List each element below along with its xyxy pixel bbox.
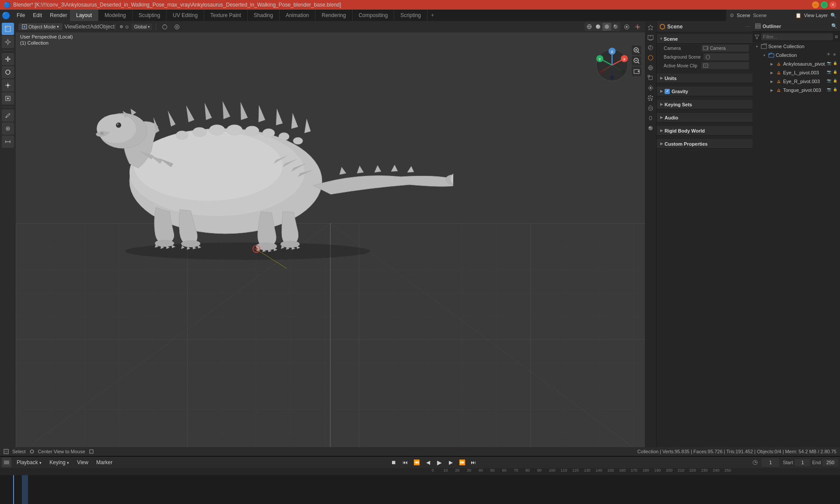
eye-r-camera[interactable]: 📷 (827, 79, 832, 84)
gravity-checkbox[interactable]: ✓ (665, 89, 670, 94)
measure-tool[interactable] (2, 136, 14, 148)
select-box-tool[interactable] (2, 23, 14, 35)
eye-l-restrict[interactable]: 🔒 (833, 70, 838, 75)
camera-view-btn[interactable] (632, 66, 641, 76)
outliner-search-input[interactable] (761, 33, 833, 40)
overlay-dropdown[interactable] (622, 22, 631, 31)
view-layer-icon[interactable] (646, 43, 655, 52)
tongue-expand[interactable]: ▶ (769, 88, 774, 93)
outliner-tongue[interactable]: ▶ Tongue_pivot.003 📷 🔒 (752, 86, 840, 94)
object-menu-btn[interactable]: Object (102, 22, 112, 31)
start-frame-input[interactable] (794, 459, 810, 466)
menu-edit[interactable]: Edit (29, 11, 46, 19)
menu-file[interactable]: File (13, 11, 28, 19)
scene-props-icon[interactable] (646, 53, 655, 63)
tongue-camera[interactable]: 📷 (827, 88, 832, 93)
anky-camera-icon[interactable]: 📷 (827, 61, 832, 66)
tab-uv-editing[interactable]: UV Editing (167, 10, 204, 21)
outliner-scene-collection[interactable]: ▾ Scene Collection (752, 42, 840, 51)
collection-visibility[interactable]: 👁 (827, 52, 832, 58)
orientation-gizmo[interactable]: X Y Z (595, 48, 630, 83)
keying-menu[interactable]: Keying ▾ (47, 458, 72, 466)
outliner-search-icon[interactable]: 🔍 (831, 23, 837, 29)
eye-l-camera[interactable]: 📷 (827, 70, 832, 75)
tab-layout[interactable]: Layout (70, 10, 98, 21)
material-shading[interactable] (602, 23, 611, 31)
next-frame-button[interactable]: ▶ (446, 458, 455, 467)
transform-tool[interactable] (2, 92, 14, 105)
anky-expand[interactable]: ▶ (769, 61, 774, 66)
tab-sculpting[interactable]: Sculpting (133, 10, 167, 21)
marker-menu[interactable]: Marker (94, 458, 115, 466)
add-menu-btn[interactable]: Add (90, 22, 99, 31)
select-menu-btn[interactable]: Select (77, 22, 87, 31)
outliner-collection[interactable]: ▾ Collection 👁 ⊕ (752, 51, 840, 60)
camera-value[interactable]: Camera (701, 45, 749, 52)
rigid-body-world-header[interactable]: ▶ Rigid Body World (657, 126, 752, 136)
tab-animation[interactable]: Animation (280, 10, 315, 21)
play-button[interactable]: ▶ (434, 458, 444, 467)
zoom-in-btn[interactable] (632, 46, 641, 55)
playback-menu[interactable]: Playback ▾ (14, 458, 44, 466)
proportional-edit-toggle[interactable] (172, 22, 182, 31)
scene-collection-expand[interactable]: ▾ (754, 44, 760, 49)
custom-properties-header[interactable]: ▶ Custom Properties (657, 139, 752, 149)
eye-r-restrict[interactable]: 🔒 (833, 79, 838, 84)
audio-section-header[interactable]: ▶ Audio (657, 113, 752, 122)
modifier-props-icon[interactable] (646, 83, 655, 93)
outliner-eye-r[interactable]: ▶ Eye_R_pivot.003 📷 🔒 (752, 77, 840, 86)
wireframe-shading[interactable] (585, 23, 594, 31)
scene-section-header[interactable]: ▾ Scene (657, 34, 752, 44)
timeline-playhead[interactable] (13, 475, 14, 504)
view-menu-btn[interactable]: View (65, 22, 75, 31)
scale-tool[interactable] (2, 79, 14, 91)
outliner-type-filter[interactable]: ⊞ (835, 35, 838, 39)
active-movie-clip-value[interactable] (701, 62, 749, 69)
zoom-out-btn[interactable] (632, 56, 641, 66)
menu-render[interactable]: Render (46, 11, 70, 19)
minimize-button[interactable]: ─ (812, 1, 819, 8)
end-frame-input[interactable] (822, 459, 838, 466)
viewport[interactable]: Object Mode ▾ View Select Add Object ⊙ G… (16, 21, 645, 456)
timeline-type-icon[interactable] (2, 458, 11, 467)
prev-frame-button[interactable]: ◀ (423, 458, 433, 467)
scene-props-filter[interactable]: ⋯ (746, 24, 750, 29)
tongue-restrict[interactable]: 🔒 (833, 88, 838, 93)
units-section-header[interactable]: ▶ Units (657, 74, 752, 83)
render-props-icon[interactable] (646, 23, 655, 32)
annotate-tool[interactable] (2, 109, 14, 122)
gravity-section-header[interactable]: ▶ ✓ Gravity (657, 87, 752, 96)
world-props-icon[interactable] (646, 63, 655, 73)
tab-compositing[interactable]: Compositing (353, 10, 395, 21)
view-menu[interactable]: View (74, 458, 91, 466)
eye-r-expand[interactable]: ▶ (769, 79, 774, 84)
view-layer-search[interactable]: 🔍 (830, 13, 836, 18)
jump-to-start-button[interactable]: ⏮ (400, 458, 410, 467)
eye-l-expand[interactable]: ▶ (769, 70, 774, 75)
particles-props-icon[interactable] (646, 93, 655, 103)
timeline-content[interactable] (0, 475, 840, 504)
jump-to-end-button[interactable]: ⏭ (469, 458, 478, 467)
tab-modeling[interactable]: Modeling (98, 10, 133, 21)
output-props-icon[interactable] (646, 33, 655, 42)
material-props-icon[interactable] (646, 123, 655, 133)
tab-rendering[interactable]: Rendering (315, 10, 352, 21)
keying-sets-header[interactable]: ▶ Keying Sets (657, 100, 752, 109)
prev-keyframe-button[interactable]: ⏪ (412, 458, 421, 467)
collection-select[interactable]: ⊕ (833, 52, 838, 58)
add-workspace-button[interactable]: + (427, 11, 438, 19)
rotate-tool[interactable] (2, 66, 14, 78)
physics-props-icon[interactable] (646, 103, 655, 113)
solid-shading[interactable] (594, 23, 602, 31)
pivot-dropdown[interactable]: ⊙ (119, 22, 129, 31)
snap-toggle[interactable] (160, 22, 169, 31)
stop-button[interactable]: ⏹ (389, 458, 399, 467)
transform-global-dropdown[interactable]: Global ▾ (131, 24, 152, 30)
next-keyframe-button[interactable]: ⏩ (457, 458, 467, 467)
cursor-tool[interactable] (2, 36, 14, 48)
background-scene-value[interactable] (704, 53, 749, 60)
tab-shading[interactable]: Shading (248, 10, 280, 21)
tab-scripting[interactable]: Scripting (394, 10, 427, 21)
move-tool[interactable] (2, 53, 14, 65)
constraints-props-icon[interactable] (646, 113, 655, 123)
